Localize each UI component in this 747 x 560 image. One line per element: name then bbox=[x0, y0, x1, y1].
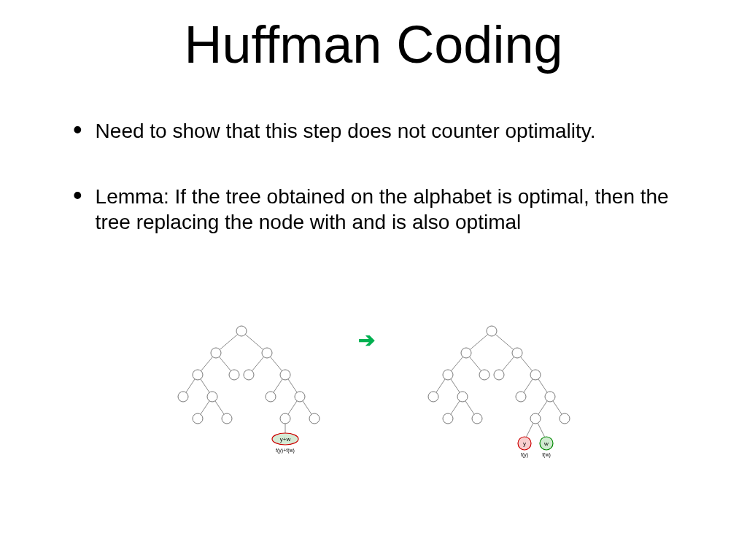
svg-point-28 bbox=[280, 413, 290, 424]
svg-point-17 bbox=[262, 348, 272, 358]
svg-point-51 bbox=[494, 370, 504, 380]
svg-point-18 bbox=[193, 370, 203, 380]
svg-point-52 bbox=[530, 370, 541, 380]
svg-point-50 bbox=[479, 370, 489, 380]
svg-point-23 bbox=[207, 392, 217, 402]
bullet-dot-icon: • bbox=[73, 122, 82, 137]
left-tree: y+w f(y)+f(w) bbox=[178, 326, 320, 454]
svg-point-20 bbox=[244, 370, 254, 380]
svg-point-54 bbox=[457, 392, 468, 402]
svg-point-27 bbox=[222, 413, 232, 424]
svg-point-47 bbox=[461, 348, 471, 358]
svg-point-26 bbox=[193, 413, 203, 424]
leaf-y-label: y bbox=[523, 440, 526, 447]
bullet-text: Lemma: If the tree obtained on the alpha… bbox=[96, 184, 681, 235]
leaf-w-sublabel: f(w) bbox=[542, 452, 551, 458]
bullet-list: • Need to show that this step does not c… bbox=[73, 118, 681, 235]
merged-node-sublabel: f(y)+f(w) bbox=[276, 448, 295, 454]
svg-point-22 bbox=[178, 392, 188, 402]
svg-point-49 bbox=[443, 370, 453, 380]
svg-point-15 bbox=[236, 326, 247, 336]
svg-point-29 bbox=[309, 413, 320, 424]
svg-point-60 bbox=[560, 413, 570, 424]
svg-point-46 bbox=[487, 326, 497, 336]
slide: Huffman Coding • Need to show that this … bbox=[0, 0, 747, 560]
svg-point-19 bbox=[229, 370, 239, 380]
right-tree: y f(y) w f(w) bbox=[428, 326, 570, 458]
leaf-w-label: w bbox=[543, 440, 549, 447]
slide-title: Huffman Coding bbox=[0, 0, 747, 74]
svg-point-25 bbox=[295, 392, 305, 402]
tree-diagram: y+w f(y)+f(w) ➔ bbox=[0, 321, 747, 525]
svg-point-21 bbox=[280, 370, 290, 380]
svg-point-16 bbox=[211, 348, 221, 358]
svg-point-55 bbox=[516, 392, 526, 402]
merged-node-label: y+w bbox=[279, 436, 290, 443]
bullet-dot-icon: • bbox=[73, 188, 82, 203]
bullet-item: • Lemma: If the tree obtained on the alp… bbox=[73, 184, 681, 235]
svg-point-57 bbox=[443, 413, 453, 424]
svg-point-48 bbox=[512, 348, 522, 358]
bullet-text: Need to show that this step does not cou… bbox=[96, 118, 596, 144]
svg-point-53 bbox=[428, 392, 438, 402]
svg-point-59 bbox=[530, 413, 541, 424]
leaf-y-sublabel: f(y) bbox=[520, 452, 527, 458]
svg-point-56 bbox=[545, 392, 555, 402]
bullet-item: • Need to show that this step does not c… bbox=[73, 118, 681, 144]
arrow-icon: ➔ bbox=[358, 328, 375, 352]
left-tree-svg: y+w f(y)+f(w) bbox=[154, 321, 329, 474]
right-tree-svg: y f(y) w f(w) bbox=[404, 321, 594, 489]
svg-point-24 bbox=[266, 392, 276, 402]
svg-point-58 bbox=[472, 413, 482, 424]
